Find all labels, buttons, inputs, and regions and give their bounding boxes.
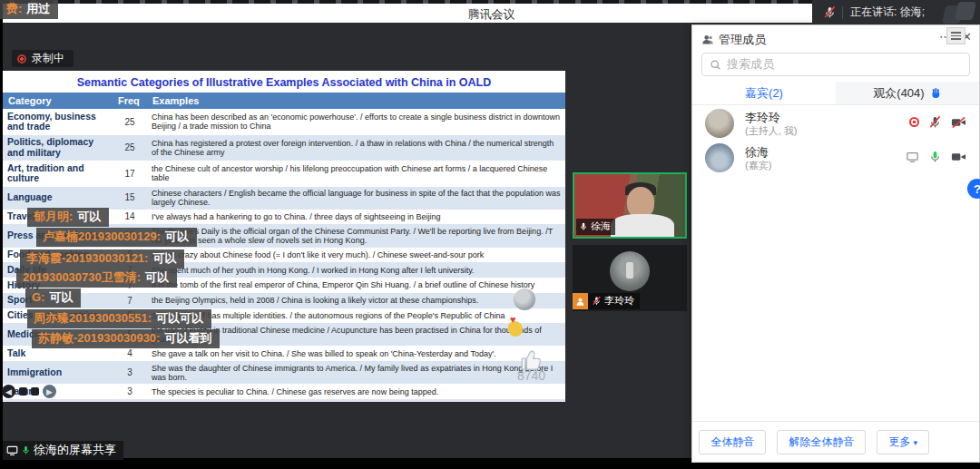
- tab-guests[interactable]: 嘉宾(2): [692, 82, 836, 104]
- mic-on-icon: [579, 221, 588, 231]
- raised-hand-icon: [930, 87, 942, 99]
- tab-audience[interactable]: 观众(404): [836, 82, 979, 104]
- examples-cell: I've always had a hankering to go to Chi…: [147, 210, 565, 225]
- screen-share-label: 徐海的屏幕共享: [3, 441, 123, 460]
- category-cell: Art, tradition and culture: [3, 161, 113, 187]
- panel-footer: 全体静音 解除全体静音 更多▾: [692, 421, 979, 462]
- chat-sender: 苏静敏-201930030930:: [38, 331, 160, 345]
- monitor-icon: [6, 445, 18, 456]
- next-slide-button[interactable]: ▶: [43, 385, 56, 398]
- slide-table: Category Freq Examples Economy, business…: [3, 93, 565, 402]
- panel-title: 管理成员: [719, 32, 766, 48]
- chat-sender: G:: [32, 290, 44, 304]
- camera-on-icon[interactable]: [951, 151, 966, 163]
- video-tile-host[interactable]: 李玲玲: [573, 245, 687, 311]
- chat-sender: 费:: [6, 2, 22, 15]
- menu-button[interactable]: [31, 387, 39, 396]
- freq-cell: 25: [113, 109, 147, 135]
- table-row: Economy, business and trade 25 China has…: [3, 109, 565, 135]
- speaking-label: 正在讲话: 徐海;: [850, 5, 925, 20]
- examples-cell: Chinese characters / English became the …: [147, 187, 565, 210]
- share-label-text: 徐海的屏幕共享: [34, 442, 116, 458]
- mic-muted-icon: [823, 5, 837, 19]
- panel-tabs: 嘉宾(2) 观众(404): [692, 82, 979, 105]
- finger-heart-emoji-icon: ♥: [506, 318, 526, 337]
- search-input[interactable]: 搜索成员: [701, 53, 970, 76]
- examples-cell: China and India between them account for…: [147, 399, 565, 402]
- freq-cell: 3: [113, 361, 147, 384]
- panel-title-row: 管理成员: [701, 32, 766, 48]
- table-row: Art, tradition and culture 17 the Chines…: [3, 161, 565, 187]
- freq-cell: 15: [113, 187, 147, 210]
- mute-all-button[interactable]: 全体静音: [699, 430, 766, 454]
- brand-logo: [940, 2, 978, 24]
- table-row: Nature 3 The species is peculiar to Chin…: [3, 384, 565, 399]
- hamburger-menu-icon[interactable]: [946, 27, 965, 44]
- unmute-all-button[interactable]: 解除全体静音: [777, 430, 866, 454]
- category-cell: Immigration: [3, 361, 113, 384]
- member-row-host[interactable]: 李玲玲 (主持人, 我): [692, 106, 979, 141]
- tab-guests-label: 嘉宾(2): [745, 85, 783, 102]
- avatar: [705, 109, 734, 138]
- more-button[interactable]: 更多▾: [877, 430, 929, 454]
- freq-cell: 7: [113, 293, 147, 308]
- record-dot-icon: [17, 54, 26, 64]
- video-name-badge: 徐海: [576, 219, 615, 235]
- camera-muted-icon[interactable]: [951, 116, 966, 129]
- mic-muted-icon[interactable]: [928, 115, 942, 129]
- examples-cell: I'm not crazy about Chinese food (= I do…: [147, 248, 565, 263]
- chat-text: 用过: [26, 2, 50, 15]
- sharing-screen-icon: [906, 151, 919, 163]
- category-cell: Politics, diplomacy and military: [3, 135, 113, 161]
- chat-sender: 李海霞-201930030121:: [26, 251, 148, 265]
- freq-cell: 3: [113, 399, 147, 402]
- category-cell: Language: [3, 187, 113, 210]
- freq-cell: 25: [113, 135, 147, 161]
- chat-message: 李海霞-201930030121:可以: [20, 249, 184, 269]
- freq-cell: 3: [113, 384, 147, 399]
- chat-sender: 卢嘉楠201930030129:: [43, 230, 161, 243]
- annotate-button[interactable]: [19, 387, 27, 396]
- examples-cell: The species is peculiar to China. / Chin…: [147, 384, 565, 399]
- prev-slide-button[interactable]: ◀: [2, 385, 15, 398]
- chat-text: 可以可以: [156, 311, 203, 325]
- host-avatar: [610, 251, 650, 291]
- examples-cell: It is the tomb of the first real emperor…: [147, 278, 565, 293]
- col-header-freq: Freq: [113, 93, 147, 109]
- member-row-guest[interactable]: 徐海 (嘉宾): [692, 141, 979, 175]
- recording-label: 录制中: [32, 51, 64, 66]
- chat-message: 郁月明:可以: [27, 208, 109, 227]
- examples-cell: China has been described as an 'economic…: [147, 109, 565, 135]
- chat-message: 卢嘉楠201930030129:可以: [36, 228, 197, 247]
- mic-on-green-icon[interactable]: [928, 150, 942, 163]
- examples-cell: the Beijing Olympics, held in 2008 / Chi…: [147, 293, 565, 308]
- screen: 腾讯会议 正在讲话: 徐海; 录制中 Semantic Categories o…: [0, 0, 980, 469]
- slide-title: Semantic Categories of Illustrative Exam…: [3, 71, 565, 89]
- reaction-count: 8740: [517, 368, 545, 383]
- members-icon: [701, 34, 714, 46]
- chat-message: 苏静敏-201930030930:可以看到: [32, 329, 220, 348]
- examples-cell: China has registered a protest over fore…: [147, 135, 565, 161]
- examples-cell: She spent much of her youth in Hong Kong…: [147, 262, 565, 278]
- mic-on-green-icon: [21, 445, 31, 455]
- table-row: Sport 7 the Beijing Olympics, held in 20…: [3, 293, 565, 308]
- chat-sender: 201930030730卫雪清:: [23, 270, 141, 284]
- search-placeholder: 搜索成员: [727, 56, 774, 73]
- table-row: Immigration 3 She was the daughter of Ch…: [3, 361, 565, 384]
- recording-indicator: 录制中: [12, 50, 74, 67]
- examples-cell: the Chinese cult of ancestor worship / h…: [147, 161, 565, 187]
- reaction-avatar: [514, 288, 535, 310]
- chat-sender: 周亦臻201930030551:: [34, 311, 152, 325]
- chat-message: 201930030730卫雪清:可以: [16, 269, 177, 288]
- freq-cell: 17: [113, 161, 147, 187]
- table-row: Language 15 Chinese characters / English…: [3, 187, 565, 210]
- mic-muted-icon: [592, 296, 602, 306]
- examples-cell: The People's Daily is the official organ…: [147, 224, 565, 247]
- chat-message: 费:用过: [0, 0, 58, 19]
- video-name-badge: 李玲玲: [573, 293, 640, 309]
- examples-cell: She was the daughter of Chinese immigran…: [147, 361, 565, 384]
- divider: [842, 6, 843, 19]
- chat-text: 可以: [49, 290, 73, 304]
- video-tile-speaker[interactable]: 徐海: [573, 172, 687, 239]
- table-row: Population and ethnic groups 3 China and…: [3, 399, 565, 402]
